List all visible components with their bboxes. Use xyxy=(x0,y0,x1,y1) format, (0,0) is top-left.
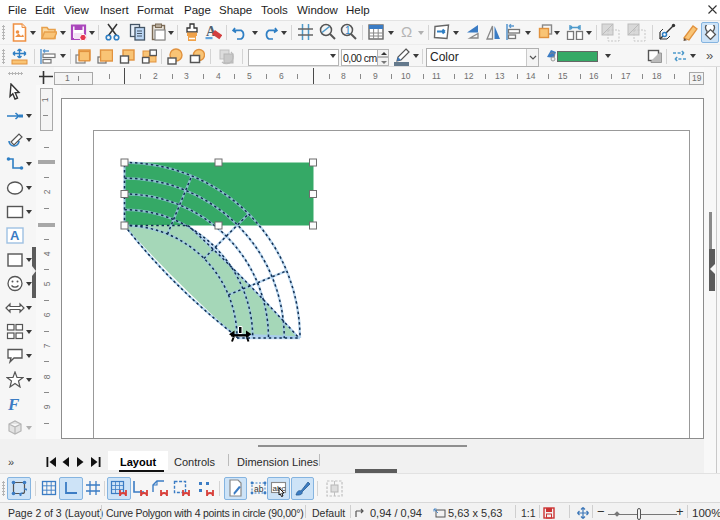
svg-text:A: A xyxy=(10,228,20,243)
svg-text:F: F xyxy=(7,395,20,413)
svg-text:Ω: Ω xyxy=(401,24,412,40)
svg-text:ab: ab xyxy=(254,484,264,494)
svg-text:1: 1 xyxy=(345,25,351,36)
